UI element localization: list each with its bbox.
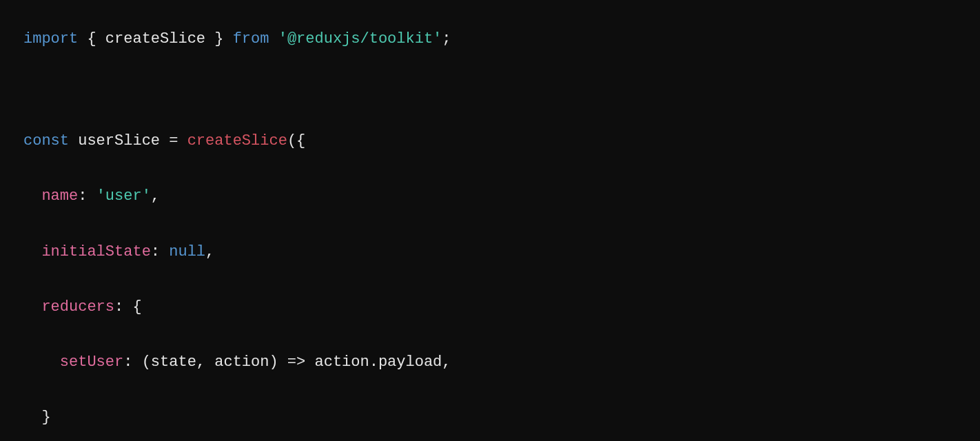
prop-reducers: reducers: [41, 298, 114, 316]
keyword-from: from: [233, 30, 269, 48]
string-user: 'user': [96, 187, 151, 205]
keyword-import: import: [23, 30, 78, 48]
code-line-4: name: 'user',: [23, 185, 957, 208]
code-line-7: setUser: (state, action) => action.paylo…: [23, 351, 957, 374]
string-module: '@reduxjs/toolkit': [278, 30, 442, 48]
code-line-8: }: [23, 406, 957, 429]
code-line-1: import { createSlice } from '@reduxjs/to…: [23, 28, 957, 51]
blank-line: [23, 83, 957, 106]
code-block: import { createSlice } from '@reduxjs/to…: [23, 28, 957, 441]
code-line-6: reducers: {: [23, 296, 957, 319]
code-line-5: initialState: null,: [23, 240, 957, 264]
prop-initialstate: initialState: [41, 243, 150, 260]
keyword-const: const: [23, 132, 69, 150]
code-line-3: const userSlice = createSlice({: [23, 130, 957, 153]
prop-name: name: [41, 187, 78, 205]
fn-createSlice: createSlice: [187, 132, 287, 150]
keyword-null: null: [169, 243, 205, 260]
prop-setuser: setUser: [60, 353, 123, 371]
